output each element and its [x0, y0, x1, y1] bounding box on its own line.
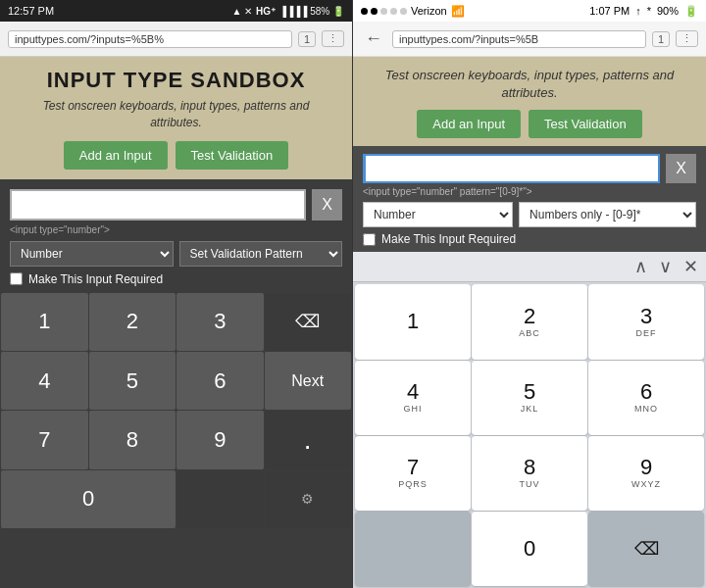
left-validate-btn[interactable]: Test Validation: [176, 141, 289, 170]
key-6[interactable]: 6: [176, 352, 264, 410]
right-tab-btn[interactable]: 1: [652, 31, 670, 47]
right-x-btn[interactable]: X: [666, 154, 696, 183]
key-1[interactable]: 1: [1, 293, 88, 351]
left-input-hint: <input type="number">: [10, 224, 342, 235]
left-tab-btn[interactable]: 1: [298, 31, 316, 47]
keyboard-nav-down[interactable]: ∨: [659, 256, 672, 277]
ios-key-3[interactable]: 3DEF: [588, 284, 704, 359]
right-panel: Verizon 📶 1:07 PM ↑ * 90% 🔋 ← inputtypes…: [353, 0, 706, 588]
right-input-hint: <input type="number" pattern="[0-9]*">: [363, 186, 696, 197]
key-5[interactable]: 5: [89, 352, 176, 410]
left-menu-btn[interactable]: ⋮: [322, 30, 344, 47]
left-page-header: INPUT TYPE SANDBOX Test onscreen keyboar…: [0, 57, 352, 179]
right-checkbox-label: Make This Input Required: [381, 232, 516, 246]
keyboard-nav-up[interactable]: ∧: [634, 256, 647, 277]
key-2[interactable]: 2: [89, 293, 176, 351]
ios-key-2[interactable]: 2ABC: [472, 284, 587, 359]
right-carrier: Verizon: [411, 5, 447, 17]
right-keyboard: ∧ ∨ ✕ 1 2ABC 3DEF 4GHI 5JKL 6MNO 7PQRS 8…: [353, 252, 706, 588]
ios-key-backspace[interactable]: ⌫: [588, 512, 704, 586]
right-add-input-btn[interactable]: Add an Input: [417, 110, 521, 138]
right-time: 1:07 PM: [589, 5, 630, 17]
left-select-row: Number Set Validation Pattern: [10, 241, 342, 267]
key-dot[interactable]: .: [265, 411, 352, 468]
battery-icon: 🔋: [684, 5, 698, 18]
right-select-row: Number Numbers only - [0-9]*: [363, 202, 696, 227]
left-status-bar: 12:57 PM ▲ ✕ HG⁺ ▐▐▐▐ 58% 🔋: [0, 0, 352, 22]
left-checkbox-row: Make This Input Required: [10, 272, 342, 286]
location-icon: ↑: [635, 5, 641, 17]
right-page-subtitle: Test onscreen keyboards, input types, pa…: [369, 67, 690, 102]
left-x-btn[interactable]: X: [312, 189, 342, 220]
right-number-input[interactable]: [363, 154, 660, 183]
left-add-input-btn[interactable]: Add an Input: [64, 141, 168, 170]
right-back-btn[interactable]: ←: [361, 28, 386, 49]
ios-key-4[interactable]: 4GHI: [355, 361, 471, 435]
key-7[interactable]: 7: [1, 411, 88, 468]
right-menu-btn[interactable]: ⋮: [676, 30, 698, 47]
key-backspace[interactable]: ⌫: [265, 293, 352, 351]
keyboard-top-bar: ∧ ∨ ✕: [353, 252, 706, 282]
key-9[interactable]: 9: [176, 411, 264, 468]
key-8[interactable]: 8: [89, 411, 176, 468]
right-battery: 90%: [657, 5, 679, 17]
left-input-section: X <input type="number"> Number Set Valid…: [0, 179, 352, 292]
key-settings[interactable]: ⚙: [265, 470, 352, 528]
ios-key-1[interactable]: 1: [355, 284, 471, 359]
right-required-checkbox[interactable]: [363, 233, 376, 246]
left-pattern-select[interactable]: Set Validation Pattern: [179, 241, 343, 267]
signal-dots: [361, 8, 407, 15]
right-checkbox-row: Make This Input Required: [363, 232, 696, 246]
right-browser-bar: ← inputtypes.com/?inputs=%5B 1 ⋮: [353, 22, 706, 57]
key-next[interactable]: Next: [265, 352, 352, 410]
wifi-icon: 📶: [451, 5, 465, 18]
left-browser-bar: inputtypes.com/?inputs=%5B% 1 ⋮: [0, 22, 352, 57]
key-empty: [176, 470, 264, 528]
left-panel: 12:57 PM ▲ ✕ HG⁺ ▐▐▐▐ 58% 🔋 inputtypes.c…: [0, 0, 353, 588]
right-type-select[interactable]: Number: [363, 202, 513, 227]
bluetooth-icon: *: [647, 5, 651, 17]
ios-key-7[interactable]: 7PQRS: [355, 436, 471, 511]
key-0[interactable]: 0: [1, 470, 176, 528]
right-input-row: X: [363, 154, 696, 183]
left-page-subtitle: Test onscreen keyboards, input types, pa…: [16, 98, 336, 131]
right-carrier-area: Verizon 📶: [361, 5, 465, 18]
right-validate-btn[interactable]: Test Validation: [529, 110, 642, 138]
right-status-info: 1:07 PM ↑ * 90% 🔋: [589, 5, 698, 18]
ios-key-9[interactable]: 9WXYZ: [588, 436, 704, 511]
right-page-header: Test onscreen keyboards, input types, pa…: [353, 57, 706, 146]
left-input-row: X: [10, 189, 342, 220]
right-btn-row: Add an Input Test Validation: [369, 110, 690, 138]
keyboard-close-btn[interactable]: ✕: [683, 256, 698, 277]
left-status-icons: ▲ ✕ HG⁺ ▐▐▐▐ 58% 🔋: [231, 6, 344, 17]
ios-key-empty: [355, 512, 471, 586]
right-url-bar[interactable]: inputtypes.com/?inputs=%5B: [392, 30, 646, 48]
right-input-section: X <input type="number" pattern="[0-9]*">…: [353, 146, 706, 252]
ios-key-6[interactable]: 6MNO: [588, 361, 704, 435]
ios-key-5[interactable]: 5JKL: [472, 361, 587, 435]
left-status-time: 12:57 PM: [8, 5, 54, 17]
left-keyboard: 1 2 3 ⌫ 4 5 6 Next 7 8 9 . 0 ⚙: [0, 292, 352, 588]
ios-key-8[interactable]: 8TUV: [472, 436, 587, 511]
left-url-bar[interactable]: inputtypes.com/?inputs=%5B%: [8, 30, 292, 48]
right-status-bar: Verizon 📶 1:07 PM ↑ * 90% 🔋: [353, 0, 706, 22]
left-required-checkbox[interactable]: [10, 272, 23, 285]
keyboard-grid: 1 2ABC 3DEF 4GHI 5JKL 6MNO 7PQRS 8TUV 9W…: [353, 282, 706, 588]
left-type-select[interactable]: Number: [10, 241, 174, 267]
key-4[interactable]: 4: [1, 352, 88, 410]
left-btn-row: Add an Input Test Validation: [16, 141, 336, 170]
left-number-input[interactable]: [10, 189, 306, 220]
ios-key-0[interactable]: 0: [472, 512, 587, 586]
left-checkbox-label: Make This Input Required: [28, 272, 163, 286]
right-pattern-select[interactable]: Numbers only - [0-9]*: [519, 202, 696, 227]
key-3[interactable]: 3: [176, 293, 264, 351]
left-page-title: INPUT TYPE SANDBOX: [16, 69, 336, 92]
